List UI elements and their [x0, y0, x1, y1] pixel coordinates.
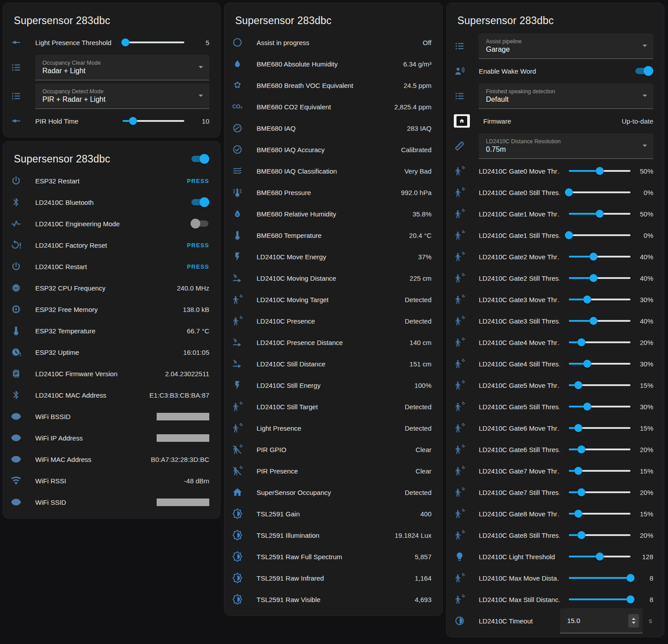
entity-name: Enable Wake Word [479, 67, 536, 75]
entity-row: BME680 Breath VOC Equivalent24.5 ppm [224, 75, 442, 96]
press-button[interactable]: PRESS [187, 242, 209, 249]
entity-name: TSL2591 Raw Full Spectrum [257, 553, 342, 561]
slider[interactable] [569, 166, 631, 175]
entity-value: 140 cm [410, 339, 432, 346]
motion-sensor-icon [232, 423, 243, 433]
select-field[interactable]: Finished speaking detectionDefault [479, 83, 653, 109]
toggle-switch[interactable] [191, 197, 209, 207]
slider-knob[interactable] [565, 188, 573, 196]
entity-name: LD2410C Engineering Mode [35, 220, 120, 228]
slider-knob[interactable] [596, 553, 604, 561]
slider-knob[interactable] [583, 295, 591, 303]
entity-name: BME680 Absolute Humidity [257, 60, 338, 68]
entity-row: BME680 Temperature20.4 °C [224, 224, 442, 246]
entity-row: LD2410C Gate4 Still Thres…30% [447, 353, 664, 374]
entity-name: PIR Hold Time [35, 117, 114, 125]
entity-name: BME680 Relative Humidity [257, 210, 336, 218]
slider[interactable] [569, 552, 631, 561]
slider[interactable] [569, 231, 631, 240]
entity-row: LD2410C Max Still Distanc…8 [447, 589, 664, 610]
entity-name: BME680 Breath VOC Equivalent [257, 82, 353, 89]
entity-name: ESP32 Restart [35, 177, 79, 185]
slider[interactable] [569, 445, 631, 454]
slider[interactable] [569, 466, 631, 475]
stepper-buttons[interactable] [628, 614, 639, 627]
slider[interactable] [569, 295, 631, 304]
card-power-toggle[interactable] [191, 154, 209, 164]
slider-knob[interactable] [574, 510, 582, 518]
slider[interactable] [569, 573, 631, 582]
slider[interactable] [569, 359, 631, 368]
entity-row: LD2410C Gate0 Move Thr…50% [447, 160, 664, 182]
slider-knob[interactable] [574, 424, 582, 432]
motion-sensor-icon [454, 444, 465, 455]
select-field[interactable]: Occupancy Detect ModePIR + Radar + Light [35, 83, 209, 109]
entity-name: TSL2591 Raw Visible [257, 596, 320, 603]
slider-value: 0% [643, 189, 653, 196]
slider[interactable] [569, 338, 631, 347]
molecule-icon [232, 80, 243, 91]
entity-value: 151 cm [410, 360, 432, 368]
motion-sensor-icon [454, 230, 465, 241]
slider-knob[interactable] [577, 338, 585, 346]
entity-row: LD2410C PresenceDetected [224, 310, 442, 332]
toggle-switch[interactable] [191, 219, 209, 229]
restart-icon [10, 175, 22, 186]
slider-knob[interactable] [583, 360, 591, 368]
slider[interactable] [569, 531, 631, 540]
slider-knob[interactable] [589, 317, 597, 325]
chevron-down-icon [632, 622, 635, 624]
slider[interactable] [569, 188, 631, 197]
slider-knob[interactable] [577, 531, 585, 539]
slider[interactable] [569, 424, 631, 432]
slider-knob[interactable] [596, 167, 604, 175]
chevron-up-icon [632, 618, 635, 620]
slider-value: 30% [640, 296, 653, 303]
entity-row: LD2410C Timeout15.0s [447, 610, 664, 632]
slider[interactable] [569, 595, 631, 604]
number-input[interactable]: 15.0 [560, 608, 643, 633]
slider[interactable] [569, 252, 631, 261]
slider-knob[interactable] [627, 595, 635, 603]
slider[interactable] [569, 402, 631, 411]
slider-knob[interactable] [589, 253, 597, 261]
motion-sensor-icon [454, 358, 465, 369]
slider-knob[interactable] [129, 117, 137, 125]
select-field[interactable]: Assist pipelineGarage [479, 33, 653, 59]
entity-row: LD2410C Gate1 Move Thr…50% [447, 203, 664, 224]
card-title: Supersensor 283dbc [14, 14, 110, 27]
slider[interactable] [123, 116, 184, 125]
motion-sensor-icon [232, 316, 243, 326]
entity-value: 992.0 hPa [401, 189, 432, 196]
slider[interactable] [569, 488, 631, 497]
select-value: Radar + Light [42, 67, 101, 75]
select-label: Occupancy Detect Mode [42, 88, 105, 95]
select-field[interactable]: Occupancy Clear ModeRadar + Light [35, 55, 209, 80]
slider-knob[interactable] [577, 488, 585, 496]
slider-knob[interactable] [596, 210, 604, 218]
slider[interactable] [569, 509, 631, 518]
slider[interactable] [569, 274, 631, 283]
press-button[interactable]: PRESS [187, 263, 209, 270]
firmware-image-icon [454, 114, 470, 128]
slider-knob[interactable] [574, 381, 582, 389]
slider-knob[interactable] [121, 38, 129, 46]
slider-knob[interactable] [589, 274, 597, 282]
signal-distance-icon [232, 358, 243, 369]
slider-knob[interactable] [627, 574, 635, 582]
slider-knob[interactable] [565, 231, 573, 239]
motion-sensor-off-icon [232, 465, 243, 476]
slider[interactable] [569, 209, 631, 218]
press-button[interactable]: PRESS [187, 178, 209, 184]
entity-value: 2.04.23022511 [165, 370, 209, 378]
slider[interactable] [123, 38, 184, 47]
slider[interactable] [569, 381, 631, 390]
slider-knob[interactable] [574, 467, 582, 475]
entity-value: -48 dBm [184, 477, 209, 485]
slider-knob[interactable] [583, 403, 591, 411]
toggle-switch[interactable] [635, 66, 653, 76]
slider-knob[interactable] [577, 445, 585, 453]
entity-value: 16:01:05 [183, 349, 209, 356]
select-field[interactable]: LD2410C Distance Resolution0.75m [479, 133, 653, 159]
slider[interactable] [569, 316, 631, 325]
